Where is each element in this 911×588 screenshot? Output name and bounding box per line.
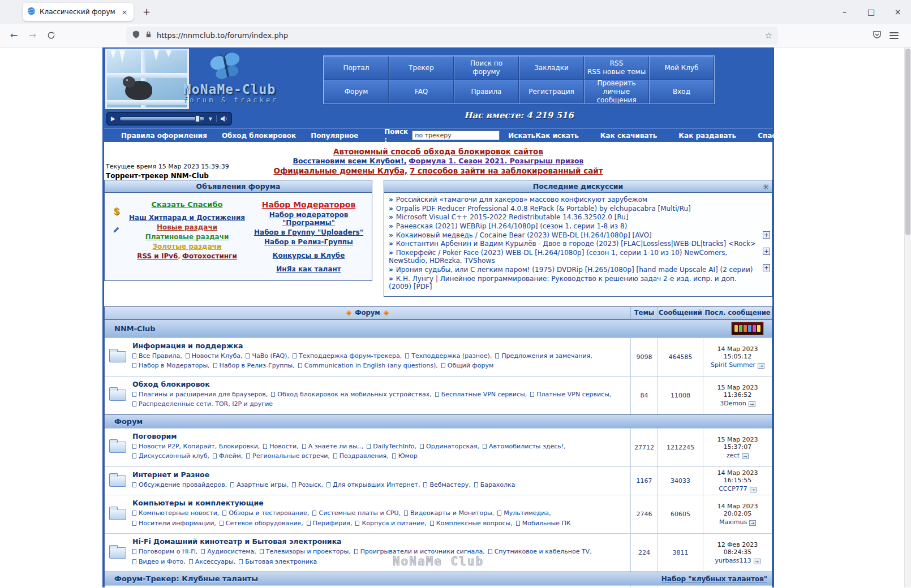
menu-item[interactable]: FAQ (389, 80, 454, 103)
subforum-link[interactable]: Дискуссионный клуб (139, 452, 208, 460)
last-post-user-link[interactable]: zect (727, 452, 740, 459)
subforum-link[interactable]: Региональные встречи (252, 452, 328, 460)
announcement-link[interactable]: Платиновые раздачи (145, 233, 229, 241)
audio-player[interactable]: ▶ ▼ (106, 112, 232, 126)
menu-item[interactable]: Трекер (389, 56, 454, 80)
banner-link-formula1[interactable]: Формула 1. Сезон 2021. Розыгрыш призов (409, 157, 583, 165)
goto-last-post-icon[interactable]: → (750, 487, 757, 492)
subforum-link[interactable]: Для открывших Интернет (333, 481, 418, 488)
diamond-icon[interactable] (346, 310, 352, 316)
subforum-link[interactable]: Распределенные сети. TOR, I2P и другие (139, 400, 273, 408)
navbar-link[interactable]: Как искать (535, 132, 579, 140)
subforum-link[interactable]: Обход блокировок на мобильных устройства… (277, 391, 429, 398)
navbar-link[interactable]: Как скачивать (600, 132, 657, 140)
subforum-link[interactable]: Видеокарты и Мониторы (410, 509, 492, 517)
subforum-link[interactable]: ЧаВо (FAQ) (252, 352, 287, 360)
forum-section-link[interactable]: Форум-Трекер: Клубные таланты (114, 574, 258, 583)
reload-button[interactable] (42, 27, 61, 44)
last-post-user-link[interactable]: Spirit Summer (711, 361, 755, 369)
logo-image[interactable] (105, 49, 189, 109)
subforum-link[interactable]: Носители информации (139, 520, 214, 527)
discussion-link[interactable]: Microsoft Visual C++ 2015-2022 Redistrib… (396, 213, 629, 221)
subforum-link[interactable]: Техподдержка (разное) (411, 352, 490, 360)
menu-item[interactable]: Форум (324, 80, 389, 103)
forum-section-link[interactable]: Форум (114, 417, 143, 426)
banner-link-blocking[interactable]: Автономный способ обхода блокировок сайт… (333, 147, 543, 156)
goto-last-post-icon[interactable]: → (742, 453, 749, 459)
navbar-link[interactable]: Спасибо! (758, 132, 793, 140)
diamond-icon[interactable] (383, 310, 389, 316)
panel-options-icon[interactable] (763, 183, 769, 192)
discussion-link[interactable]: Константин Арбенин и Вадим Курылёв - Дво… (396, 240, 756, 248)
forum-title-link[interactable]: Компьютеры и комплектующие (132, 499, 264, 507)
subforum-link[interactable]: Ординаторская (426, 443, 478, 450)
forward-button[interactable]: → (23, 27, 42, 44)
subforum-link[interactable]: Флейм (219, 452, 241, 460)
page-scrollbar[interactable] (904, 47, 911, 587)
announcement-link[interactable]: RSS и IPv6 (137, 252, 178, 260)
menu-item[interactable]: RSS RSS новые темы (584, 56, 649, 80)
announcement-link[interactable]: Наш Хитпарад и Достижения (129, 214, 245, 222)
announcement-link[interactable]: ИнЯз как талант (276, 265, 341, 273)
search-button[interactable]: Искать (508, 132, 535, 140)
window-minimize-button[interactable]: – (831, 0, 858, 24)
discussion-link[interactable]: Раневская (2021) WEBRip [H.264/1080p] (с… (396, 222, 628, 230)
discussion-link[interactable]: Российский «тамагочи для хакеров» массов… (396, 196, 647, 204)
subforum-link[interactable]: Бытовая электроника (245, 558, 317, 565)
subforum-link[interactable]: Розыск (298, 481, 321, 488)
subforum-link[interactable]: Общий форум (448, 362, 494, 369)
expand-button[interactable]: + (763, 264, 770, 271)
subforum-link[interactable]: Аудиосистема (207, 548, 254, 555)
last-post-user-link[interactable]: Maximus (719, 518, 747, 526)
goto-last-post-icon[interactable]: → (754, 559, 760, 564)
menu-item[interactable]: Правила (454, 80, 519, 103)
subforum-link[interactable]: Мобильные ПК (522, 520, 571, 527)
subforum-link[interactable]: Азартные игры (237, 481, 286, 488)
subforum-link[interactable]: Обсуждение провайдеров (139, 481, 225, 488)
subforum-link[interactable]: Спутниковое и кабельное TV (495, 548, 590, 555)
url-bar[interactable]: https://nnmclub.to/forum/index.php ☆ (126, 27, 778, 45)
last-post-user-link[interactable]: yurbass113 (715, 557, 751, 564)
banner-link-club[interactable]: Восстановим всем Клубом!, (293, 157, 406, 165)
banner-link-7ways[interactable]: 7 способов зайти на заблокированный сайт (410, 166, 603, 175)
tab-close-icon[interactable]: × (120, 8, 129, 16)
bookmark-star-icon[interactable]: ☆ (765, 31, 772, 41)
banner-link-domains[interactable]: Официальные домены Клуба, (273, 166, 407, 175)
announcement-link[interactable]: Набор в Релиз-Группы (264, 238, 353, 246)
expand-button[interactable]: + (763, 248, 770, 255)
goto-last-post-icon[interactable]: → (749, 520, 756, 526)
subforum-link[interactable]: Комплексные вопросы (436, 520, 511, 527)
subforum-link[interactable]: Новости (269, 443, 296, 450)
volume-icon[interactable] (216, 115, 227, 122)
discussion-link[interactable]: К.Н. Лунгу | Линейное программирование: … (389, 275, 737, 291)
discussion-link[interactable]: Покерфейс / Poker Face (2023) WEB-DL [H.… (389, 249, 727, 265)
subforum-link[interactable]: Бесплатные VPN сервисы (441, 391, 525, 398)
announcement-link[interactable]: Набор Модераторов (262, 200, 356, 209)
subforum-link[interactable]: Платные VPN сервисы (536, 391, 609, 398)
subforum-link[interactable]: Плагины и расширения для браузеров (139, 391, 266, 398)
subforum-link[interactable]: Поговорим о Hi-Fi (139, 548, 196, 555)
navbar-link[interactable]: Популярное (311, 132, 358, 140)
back-button[interactable]: ← (5, 27, 23, 44)
subforum-link[interactable]: Обзоры и тестирование (229, 509, 307, 517)
forum-title-link[interactable]: Поговорим (132, 432, 177, 440)
menu-item[interactable]: Поиск по форуму (454, 56, 519, 80)
goto-last-post-icon[interactable]: → (749, 401, 755, 407)
forum-section-link[interactable]: NNM-Club (114, 325, 156, 333)
window-close-button[interactable]: × (884, 0, 911, 24)
browser-tab[interactable]: Классический форум-трекер × (23, 3, 134, 21)
menu-item[interactable]: Закладки (519, 56, 584, 80)
subforum-link[interactable]: А знаете ли вы.. (308, 443, 362, 450)
url-text[interactable]: https://nnmclub.to/forum/index.php (157, 31, 760, 40)
discussion-link[interactable]: Кокаиновый медведь / Cocaine Bear (2023)… (396, 231, 652, 239)
goto-last-post-icon[interactable]: → (758, 363, 764, 369)
subforum-link[interactable]: Набор в Релиз-Группы (220, 362, 293, 369)
subforum-link[interactable]: Набор в Модераторы (139, 362, 208, 369)
announcement-link[interactable]: Набор в Группу "Uploaders" (254, 228, 363, 236)
subforum-link[interactable]: Communication in English (any questions) (304, 362, 436, 369)
section-header-link[interactable]: Набор "клубных талантов" (661, 575, 767, 583)
window-maximize-button[interactable]: □ (858, 0, 884, 24)
discussion-link[interactable]: Orpalis PDF Reducer Professional 4.0.8 R… (396, 205, 691, 213)
subforum-link[interactable]: Мультимедиа (504, 509, 549, 517)
forum-title-link[interactable]: Hi-Fi Домашний кинотеатр и Бытовая элект… (132, 537, 342, 546)
